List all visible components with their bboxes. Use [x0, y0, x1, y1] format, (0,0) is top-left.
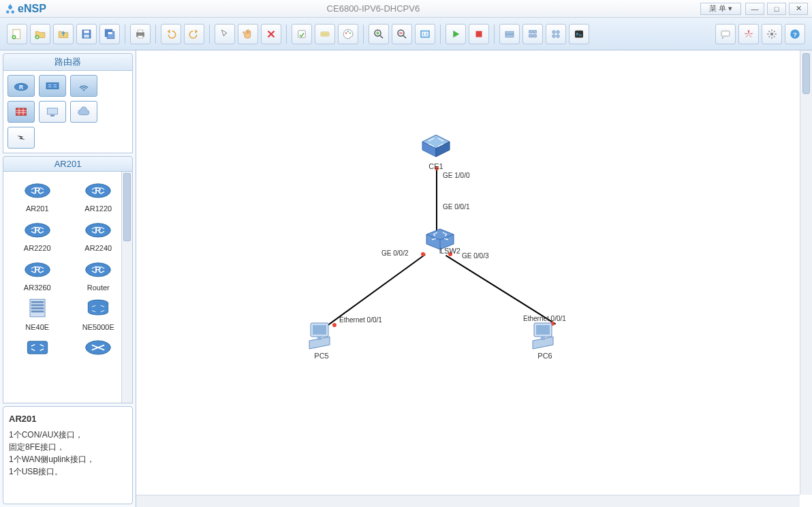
- new-topo-button[interactable]: [7, 24, 27, 44]
- minimize-button[interactable]: —: [745, 3, 764, 15]
- svg-point-0: [6, 10, 10, 14]
- maximize-button[interactable]: □: [767, 3, 786, 15]
- canvas-scrollbar-horizontal[interactable]: [136, 495, 800, 507]
- save-as-button[interactable]: [99, 24, 120, 44]
- settings-button[interactable]: [762, 24, 782, 44]
- port-label-ce1: GE 1/0/0: [443, 172, 469, 179]
- device-scrollbar[interactable]: [121, 172, 132, 403]
- undo-button[interactable]: [161, 24, 181, 44]
- delete-button[interactable]: [261, 24, 281, 44]
- category-cloud[interactable]: [70, 101, 97, 123]
- zoom-fit-button[interactable]: 1:1: [415, 24, 435, 44]
- svg-point-33: [552, 30, 556, 33]
- node-pc6[interactable]: PC6: [529, 320, 561, 360]
- device-ar3260[interactable]: RAR3260: [7, 255, 67, 292]
- node-label: CE1: [428, 162, 443, 170]
- start-button[interactable]: [446, 24, 466, 44]
- selected-device-header: AR201: [3, 156, 133, 172]
- svg-rect-27: [505, 31, 514, 34]
- capture-button[interactable]: [499, 24, 520, 44]
- node-lsw2[interactable]: LSW2: [420, 225, 460, 255]
- app-name: eNSP: [18, 3, 46, 15]
- interface-list-button[interactable]: [522, 24, 543, 44]
- node-pc5[interactable]: PC5: [305, 320, 338, 360]
- node-ce1[interactable]: CE1: [420, 131, 452, 170]
- svg-point-36: [557, 34, 560, 37]
- pan-tool-button[interactable]: [238, 24, 258, 44]
- message-button[interactable]: [715, 24, 736, 44]
- scrollbar-thumb[interactable]: [123, 173, 131, 241]
- help-button[interactable]: ?: [785, 24, 805, 44]
- svg-rect-74: [541, 337, 545, 340]
- category-router[interactable]: R: [7, 75, 35, 97]
- svg-text:?: ?: [793, 30, 797, 37]
- new-project-button[interactable]: [30, 24, 50, 44]
- device-label: AR201: [26, 204, 49, 213]
- device-more-1[interactable]: [7, 334, 67, 361]
- show-all-interfaces-button[interactable]: [546, 24, 566, 44]
- svg-point-17: [324, 33, 326, 35]
- device-ne5000e[interactable]: NE5000E: [69, 294, 129, 331]
- topology-canvas[interactable]: GE 1/0/0 GE 0/0/1 GE 0/0/2 GE 0/0/3 Ethe…: [136, 50, 800, 495]
- close-button[interactable]: ✕: [789, 3, 808, 15]
- device-ar1220[interactable]: RAR1220: [69, 176, 129, 213]
- redo-button[interactable]: [184, 24, 204, 44]
- svg-rect-47: [48, 108, 58, 114]
- device-ne40e[interactable]: NE40E: [7, 294, 67, 331]
- device-ar2220[interactable]: RAR2220: [7, 215, 67, 252]
- node-label: PC6: [537, 352, 552, 360]
- category-wlan[interactable]: [70, 75, 97, 97]
- svg-text:R: R: [34, 185, 40, 196]
- save-button[interactable]: [76, 24, 97, 44]
- app-logo: eNSP: [4, 3, 46, 15]
- toolbar-separator: [155, 25, 156, 44]
- category-switch[interactable]: [39, 75, 66, 97]
- scrollbar-thumb[interactable]: [802, 53, 810, 94]
- canvas-scrollbar-vertical[interactable]: [800, 50, 812, 495]
- titlebar-menu-button[interactable]: 菜 单 ▾: [700, 3, 741, 15]
- svg-rect-32: [533, 34, 537, 37]
- titlebar: eNSP CE6800-IPV6-DHCPV6 菜 单 ▾ — □ ✕: [0, 0, 812, 18]
- category-pc[interactable]: [39, 101, 66, 123]
- svg-text:1:1: 1:1: [422, 32, 428, 36]
- category-connection[interactable]: [7, 127, 35, 149]
- device-label: AR2220: [24, 244, 51, 252]
- print-button[interactable]: [130, 24, 151, 44]
- device-ar201[interactable]: RAR201: [7, 176, 67, 213]
- svg-rect-26: [476, 31, 482, 37]
- select-tool-button[interactable]: [215, 24, 235, 44]
- svg-point-39: [770, 32, 774, 35]
- device-ar2240[interactable]: RAR2240: [69, 215, 129, 252]
- port-label-lsw2-left: GE 0/0/2: [381, 249, 408, 257]
- svg-rect-67: [27, 341, 47, 354]
- stop-button[interactable]: [469, 24, 489, 44]
- palette-button[interactable]: [338, 24, 358, 44]
- svg-rect-10: [108, 32, 112, 34]
- info-device-name: AR201: [9, 412, 127, 426]
- device-more-2[interactable]: [69, 334, 129, 361]
- svg-point-45: [83, 89, 85, 91]
- document-title: CE6800-IPV6-DHCPV6: [46, 3, 700, 14]
- svg-point-16: [322, 33, 324, 35]
- huawei-button[interactable]: [738, 24, 759, 44]
- device-label: Router: [87, 283, 110, 292]
- broom-button[interactable]: [292, 24, 312, 44]
- toolbar-separator: [125, 25, 125, 44]
- svg-rect-13: [138, 35, 143, 38]
- svg-rect-46: [16, 108, 27, 116]
- text-tool-button[interactable]: [315, 24, 335, 44]
- device-label: AR3260: [24, 283, 51, 292]
- svg-rect-28: [505, 34, 514, 37]
- category-firewall[interactable]: [7, 101, 35, 123]
- svg-rect-7: [84, 34, 89, 37]
- cli-button[interactable]: [569, 24, 589, 44]
- zoom-out-button[interactable]: [392, 24, 412, 44]
- node-label: PC5: [314, 352, 328, 360]
- open-button[interactable]: [53, 24, 74, 44]
- toolbar: 1:1 ?: [0, 18, 812, 50]
- svg-rect-63: [31, 305, 44, 307]
- info-device-desc: 1个CON/AUX接口， 固定8FE接口， 1个WAN侧uplink接口， 1个…: [9, 429, 127, 478]
- svg-point-35: [552, 34, 556, 37]
- zoom-in-button[interactable]: [369, 24, 389, 44]
- device-router[interactable]: RRouter: [69, 255, 129, 292]
